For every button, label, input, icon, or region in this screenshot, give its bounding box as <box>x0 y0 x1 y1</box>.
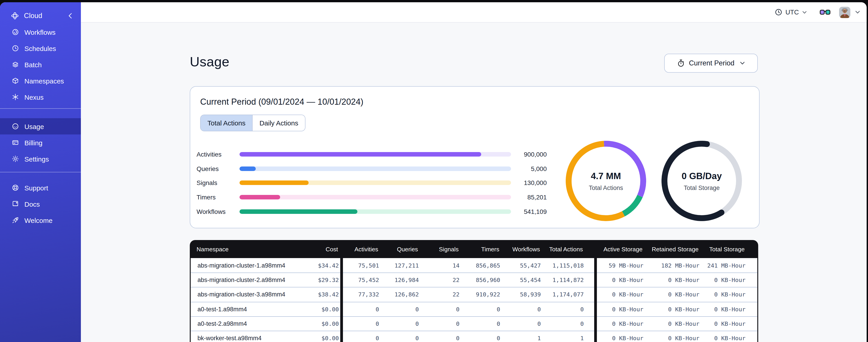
bar-value: 85,201 <box>511 194 547 201</box>
sidebar-item-docs[interactable]: Docs <box>0 196 81 212</box>
topbar: UTC <box>81 2 867 23</box>
namespace-link[interactable]: abs-migration-cluster-2.a98mm4 <box>197 277 285 283</box>
cell-queries: 0 <box>381 306 421 312</box>
sidebar-collapse-chevron-left-icon[interactable] <box>66 12 74 20</box>
namespace-usage-table: NamespaceCostActivitiesQueriesSignalsTim… <box>190 240 758 342</box>
sidebar-item-workflows[interactable]: Workflows <box>0 24 81 40</box>
sidebar-item-welcome[interactable]: Welcome <box>0 212 81 228</box>
cell-retained-storage: 0 KB-Hour <box>646 335 702 342</box>
sidebar-item-label: Namespaces <box>24 77 64 84</box>
sidebar-brand[interactable]: Cloud <box>0 8 81 24</box>
timezone-label: UTC <box>785 8 799 16</box>
cell-queries: 126,984 <box>381 277 421 283</box>
cell-signals: 0 <box>421 320 462 327</box>
sidebar-nav: WorkflowsSchedulesBatchNamespacesNexusUs… <box>0 24 81 228</box>
sidebar-item-nexus[interactable]: Nexus <box>0 89 81 105</box>
sidebar-item-billing[interactable]: Billing <box>0 134 81 151</box>
sidebar-item-label: Support <box>24 184 48 192</box>
bar-track <box>240 166 511 171</box>
namespace-link[interactable]: a0-test-1.a98mm4 <box>197 306 247 312</box>
nexus-icon <box>12 93 19 101</box>
donut-center: 0 GB/Day Total Storage <box>661 141 742 221</box>
timezone-selector[interactable]: UTC <box>775 8 807 16</box>
cell-workflows: 58,939 <box>502 291 543 298</box>
main-content: Usage Current Period Current Period (09/… <box>81 23 867 342</box>
bar-fill <box>240 166 256 171</box>
cell-activities: 75,501 <box>344 262 381 269</box>
bar-label: Workflows <box>196 208 240 215</box>
namespace-link[interactable]: a0-test-2.a98mm4 <box>197 320 247 327</box>
sidebar-item-usage[interactable]: Usage <box>0 118 81 134</box>
sidebar-item-label: Schedules <box>24 44 56 52</box>
bar-track <box>240 152 511 157</box>
namespace-link[interactable]: abs-migration-cluster-1.a98mm4 <box>197 262 285 269</box>
sidebar-item-label: Settings <box>24 155 49 163</box>
cell-active-storage: 0 KB-Hour <box>598 306 646 312</box>
cell-activities: 0 <box>344 320 381 327</box>
cell-workflows: 0 <box>502 320 543 327</box>
namespaces-icon <box>12 77 19 84</box>
cell-cost: $29.32 <box>285 277 341 283</box>
tab-total-actions[interactable]: Total Actions <box>200 115 252 131</box>
cell-timers: 0 <box>462 320 502 327</box>
column-header-total-storage: Total Storage <box>701 246 747 252</box>
bar-value: 130,000 <box>511 179 547 186</box>
docs-icon <box>12 200 19 208</box>
namespace-cell: a0-test-2.a98mm4 <box>191 320 285 327</box>
cell-signals: 0 <box>421 306 462 312</box>
period-select-button[interactable]: Current Period <box>664 54 758 73</box>
total-actions-label: Total Actions <box>589 184 623 191</box>
bar-fill <box>240 152 481 157</box>
stage: Cloud WorkflowsSchedulesBatchNamespacesN… <box>0 0 868 342</box>
total-storage-label: Total Storage <box>684 184 719 191</box>
bar-value: 541,109 <box>511 208 547 215</box>
cell-total-storage: 0 KB-Hour <box>702 335 748 342</box>
cell-total-storage: 241 MB-Hour <box>702 262 748 269</box>
user-menu-chevron-down-icon[interactable] <box>855 9 860 15</box>
bar-row-workflows: Workflows541,109 <box>196 204 547 218</box>
workflows-icon <box>12 28 19 36</box>
feedback-glasses-icon[interactable] <box>820 8 831 16</box>
avatar[interactable] <box>839 6 850 18</box>
cell-cost: $0.00 <box>285 320 341 327</box>
cell-total-actions: 1 <box>543 335 586 342</box>
cell-queries: 0 <box>381 335 421 342</box>
cell-active-storage: 59 MB-Hour <box>598 262 646 269</box>
app-window: Cloud WorkflowsSchedulesBatchNamespacesN… <box>0 2 867 342</box>
sidebar-item-label: Batch <box>24 61 42 68</box>
period-button-label: Current Period <box>689 59 735 67</box>
total-storage-donut: 0 GB/Day Total Storage <box>661 141 742 221</box>
usage-bar-chart: Activities900,000Queries5,000Signals130,… <box>196 147 547 218</box>
bar-row-signals: Signals130,000 <box>196 176 547 190</box>
brand-label: Cloud <box>24 12 42 20</box>
namespace-cell: abs-migration-cluster-1.a98mm4 <box>191 262 285 269</box>
chevron-down-icon <box>802 10 807 15</box>
total-actions-donut: 4.7 MM Total Actions <box>566 141 646 221</box>
cell-cost: $38.42 <box>285 291 341 298</box>
stopwatch-icon <box>677 59 685 67</box>
cell-total-actions: 0 <box>543 320 586 327</box>
sidebar-item-batch[interactable]: Batch <box>0 57 81 73</box>
sidebar-item-namespaces[interactable]: Namespaces <box>0 73 81 89</box>
namespace-cell: bk-worker-test.a98mm4 <box>191 335 285 342</box>
cell-total-storage: 0 KB-Hour <box>702 277 748 283</box>
sidebar-item-support[interactable]: Support <box>0 179 81 196</box>
cell-timers: 910,922 <box>462 291 502 298</box>
namespace-link[interactable]: abs-migration-cluster-3.a98mm4 <box>197 291 285 298</box>
sidebar-item-schedules[interactable]: Schedules <box>0 40 81 57</box>
column-header-cost: Cost <box>285 246 340 252</box>
cell-retained-storage: 0 KB-Hour <box>646 277 702 283</box>
card-title: Current Period (09/01/2024 — 10/01/2024) <box>200 97 363 107</box>
sidebar-item-settings[interactable]: Settings <box>0 151 81 167</box>
sidebar-item-label: Docs <box>24 200 40 208</box>
clock-icon <box>775 8 782 16</box>
column-header-timers: Timers <box>461 246 501 252</box>
tab-daily-actions[interactable]: Daily Actions <box>252 115 305 131</box>
donut-center: 4.7 MM Total Actions <box>566 141 646 221</box>
bar-value: 900,000 <box>511 151 547 158</box>
sidebar-item-label: Welcome <box>24 216 53 224</box>
namespace-link[interactable]: bk-worker-test.a98mm4 <box>197 335 261 342</box>
bar-label: Timers <box>196 194 240 201</box>
cell-retained-storage: 0 KB-Hour <box>646 320 702 327</box>
cell-active-storage: 0 KB-Hour <box>598 335 646 342</box>
